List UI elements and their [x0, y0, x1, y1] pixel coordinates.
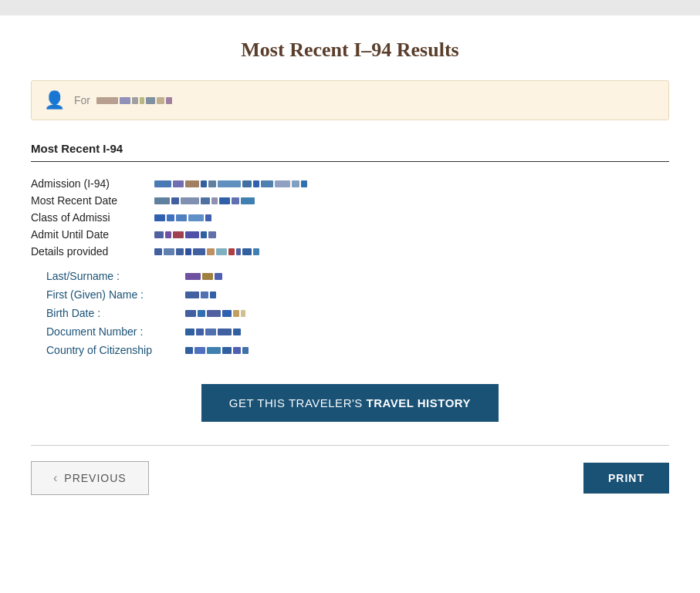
- chevron-left-icon: ‹: [53, 471, 58, 485]
- person-icon: 👤: [44, 90, 65, 110]
- previous-button-label: PREVIOUS: [64, 472, 126, 484]
- sub-citizenship-label: Country of Citizenship: [46, 344, 185, 356]
- sub-firstname-value: [185, 291, 216, 298]
- field-recent-date-label: Most Recent Date: [31, 194, 154, 207]
- field-admission-value: [154, 180, 307, 187]
- field-admission-label: Admission (I-94): [31, 177, 154, 190]
- sub-firstname: First (Given) Name :: [46, 288, 669, 301]
- sub-birthdate: Birth Date :: [46, 307, 669, 319]
- print-button-label: PRINT: [608, 472, 644, 484]
- field-recent-date: Most Recent Date: [31, 194, 669, 207]
- previous-button[interactable]: ‹ PREVIOUS: [31, 461, 149, 495]
- travel-history-btn-text-bold: TRAVEL HISTORY: [367, 396, 472, 409]
- sub-fields: Last/Surname : First (Given) Name : Birt…: [46, 270, 669, 356]
- section-title: Most Recent I-94: [31, 142, 669, 162]
- sub-docnumber-value: [185, 329, 241, 335]
- sub-citizenship-value: [185, 347, 249, 354]
- sub-docnumber: Document Number :: [46, 325, 669, 338]
- sub-citizenship: Country of Citizenship: [46, 344, 669, 356]
- page-title: Most Recent I–94 Results: [31, 39, 669, 62]
- page-container: Most Recent I–94 Results 👤 For Most Rece…: [0, 15, 700, 593]
- sub-birthdate-label: Birth Date :: [46, 307, 185, 319]
- traveler-banner: 👤 For: [31, 80, 669, 120]
- field-admit-until: Admit Until Date: [31, 228, 669, 241]
- sub-lastname-value: [185, 273, 222, 280]
- sub-docnumber-label: Document Number :: [46, 325, 185, 338]
- field-admission: Admission (I-94): [31, 177, 669, 190]
- field-details-value: [154, 248, 259, 255]
- sub-lastname-label: Last/Surname :: [46, 270, 185, 282]
- button-section: GET THIS TRAVELER'S TRAVEL HISTORY: [31, 384, 669, 422]
- sub-birthdate-value: [185, 310, 245, 317]
- field-class: Class of Admissi: [31, 211, 669, 224]
- field-admit-until-label: Admit Until Date: [31, 228, 154, 241]
- field-class-label: Class of Admissi: [31, 211, 154, 224]
- sub-firstname-label: First (Given) Name :: [46, 288, 185, 301]
- travel-history-button[interactable]: GET THIS TRAVELER'S TRAVEL HISTORY: [201, 384, 499, 422]
- print-button[interactable]: PRINT: [583, 463, 669, 494]
- field-admit-until-value: [154, 231, 216, 238]
- field-recent-date-value: [154, 197, 255, 204]
- i94-fields: Admission (I-94) Most Recent Date: [31, 177, 669, 258]
- traveler-prefix: For: [74, 94, 90, 106]
- field-details-label: Details provided: [31, 245, 154, 258]
- footer-row: ‹ PREVIOUS PRINT: [31, 445, 669, 495]
- field-class-value: [154, 214, 211, 221]
- sub-lastname: Last/Surname :: [46, 270, 669, 282]
- travel-history-btn-text-normal: GET THIS TRAVELER'S: [229, 396, 367, 409]
- field-details: Details provided: [31, 245, 669, 258]
- traveler-name-redacted: [96, 97, 172, 104]
